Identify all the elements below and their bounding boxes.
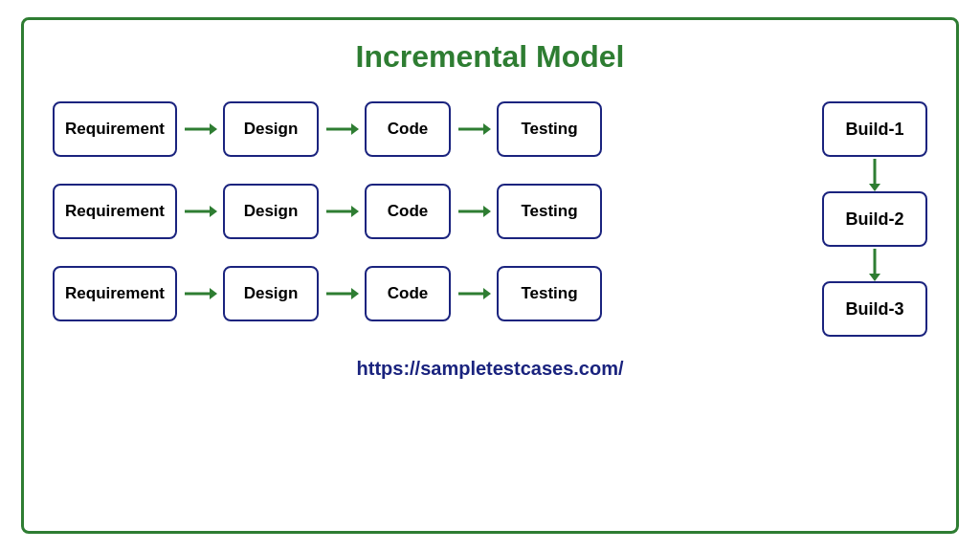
box-testing-2: Testing [497,184,602,239]
box-requirement-1: Requirement [53,101,177,157]
svg-marker-15 [351,288,359,299]
build-box-3: Build-3 [822,281,927,337]
arrow-1-3 [457,120,491,139]
diagram-container: Incremental Model Requirement Design Cod… [21,17,959,534]
build-box-2: Build-2 [822,191,927,247]
rows-area: Requirement Design Code Testing Requirem… [53,101,927,337]
svg-marker-1 [210,123,217,135]
arrow-1-1 [183,120,217,139]
arrow-3-2 [324,284,359,303]
box-testing-1: Testing [497,101,602,157]
svg-marker-5 [483,123,491,135]
svg-marker-19 [869,184,880,191]
flow-row-3: Requirement Design Code Testing [53,266,795,321]
box-requirement-2: Requirement [53,184,177,239]
build-box-1: Build-1 [822,101,927,157]
build-arrow-down-1 [865,157,884,191]
flow-rows: Requirement Design Code Testing Requirem… [53,101,795,321]
arrow-1-2 [324,120,359,139]
box-code-3: Code [365,266,451,321]
svg-marker-13 [210,288,217,299]
flow-row-2: Requirement Design Code Testing [53,184,795,239]
svg-marker-7 [210,206,217,217]
arrow-2-3 [457,202,491,221]
arrow-3-3 [457,284,491,303]
arrow-3-1 [183,284,217,303]
box-design-1: Design [223,101,319,157]
box-code-2: Code [365,184,451,239]
box-requirement-3: Requirement [53,266,177,321]
footer-link[interactable]: https://sampletestcases.com/ [357,358,624,380]
builds-column: Build-1 Build-2 Build-3 [822,101,927,337]
build-arrow-down-2 [865,247,884,281]
svg-marker-21 [869,274,880,281]
box-code-1: Code [365,101,451,157]
svg-marker-9 [351,206,359,217]
box-testing-3: Testing [497,266,602,321]
box-design-3: Design [223,266,319,321]
svg-marker-3 [351,123,359,135]
flow-row-1: Requirement Design Code Testing [53,101,795,157]
page-title: Incremental Model [356,39,625,75]
box-design-2: Design [223,184,319,239]
svg-marker-11 [483,206,491,217]
svg-marker-17 [483,288,491,299]
arrow-2-1 [183,202,217,221]
arrow-2-2 [324,202,359,221]
